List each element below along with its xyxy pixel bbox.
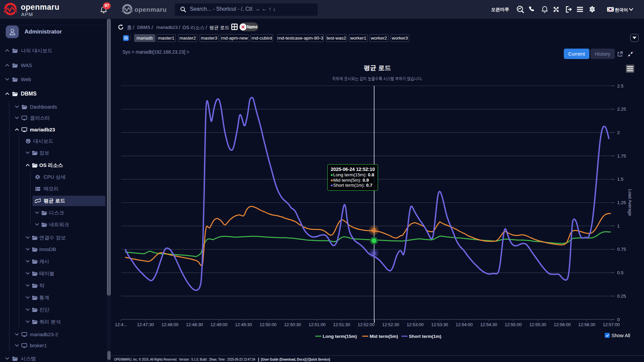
svg-text:12:50:30: 12:50:30 [284, 322, 301, 327]
svg-text:12:54:00: 12:54:00 [456, 322, 473, 327]
svg-text:12:52:00: 12:52:00 [358, 322, 375, 327]
svg-text:12:51:30: 12:51:30 [333, 322, 350, 327]
svg-text:1.75: 1.75 [617, 154, 626, 159]
svg-text:Long term(15m): Long term(15m) [323, 334, 357, 339]
svg-text:12:56:00: 12:56:00 [554, 322, 571, 327]
svg-text:Load Average: Load Average [628, 189, 633, 216]
svg-text:1: 1 [617, 224, 620, 229]
svg-text:12:50:00: 12:50:00 [260, 322, 277, 327]
svg-text:0.25: 0.25 [617, 294, 626, 299]
svg-text:12:49:00: 12:49:00 [211, 322, 228, 327]
svg-text:12:4...: 12:4... [115, 322, 127, 327]
svg-text:12:49:30: 12:49:30 [235, 322, 252, 327]
svg-text:0: 0 [617, 317, 620, 322]
svg-text:2.5: 2.5 [617, 83, 624, 88]
svg-text:1.25: 1.25 [617, 200, 626, 205]
svg-text:12:55:00: 12:55:00 [505, 322, 522, 327]
svg-text:12:54:30: 12:54:30 [480, 322, 497, 327]
svg-text:12:51:00: 12:51:00 [309, 322, 326, 327]
svg-text:12:52:30: 12:52:30 [382, 322, 399, 327]
svg-text:Short term(1m): Short term(1m) [409, 334, 441, 339]
svg-text:2.25: 2.25 [617, 107, 626, 112]
svg-text:12:57:00: 12:57:00 [603, 322, 620, 327]
svg-text:12:48:30: 12:48:30 [186, 322, 203, 327]
svg-text:12:53:00: 12:53:00 [407, 322, 424, 327]
svg-text:0.75: 0.75 [617, 247, 626, 252]
svg-text:1.5: 1.5 [617, 177, 624, 182]
svg-text:0.5: 0.5 [617, 270, 624, 275]
svg-text:12:53:30: 12:53:30 [431, 322, 448, 327]
svg-text:12:55:30: 12:55:30 [529, 322, 546, 327]
svg-text:12:47:30: 12:47:30 [137, 322, 154, 327]
svg-text:12:48:00: 12:48:00 [161, 322, 178, 327]
svg-text:Mid term(5m): Mid term(5m) [370, 334, 398, 339]
svg-text:2: 2 [617, 130, 620, 135]
svg-text:12:56:30: 12:56:30 [578, 322, 595, 327]
